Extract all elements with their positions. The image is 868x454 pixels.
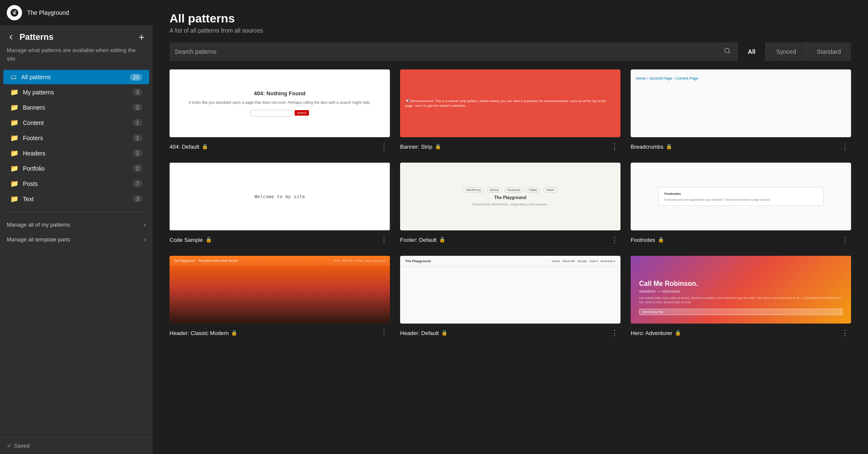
sidebar-item-banners[interactable]: 📁 Banners 2 xyxy=(3,100,149,115)
pattern-menu-button-footer[interactable]: ⋮ xyxy=(609,234,620,246)
sidebar-description: Manage what patterns are available when … xyxy=(0,46,153,69)
folder-icon: 🗂 xyxy=(10,73,17,81)
pattern-card-header-classic: The Playground The place where ideas flo… xyxy=(170,256,390,339)
nav-count-content: 1 xyxy=(133,119,142,126)
nav-label-footers: Footers xyxy=(23,135,43,141)
back-button[interactable] xyxy=(7,33,15,42)
manage-patterns-link[interactable]: Manage all of my patterns › xyxy=(0,217,153,232)
pattern-info-header-classic: Header: Classic Modern 🔒 ⋮ xyxy=(170,327,390,339)
pattern-preview-header-classic[interactable]: The Playground The place where ideas flo… xyxy=(170,256,390,324)
sidebar-nav: 🗂 All patterns 20 📁 My patterns 3 📁 Bann… xyxy=(0,69,153,207)
lock-icon-header-default: 🔒 xyxy=(441,330,448,336)
pattern-info-hero: Hero: Adventurer 🔒 ⋮ xyxy=(631,327,851,339)
filter-tab-synced[interactable]: Synced xyxy=(765,42,806,61)
main-content: All patterns A list of all patterns from… xyxy=(153,0,868,454)
lock-icon-footnotes: 🔒 xyxy=(658,237,664,243)
nav-label-all-patterns: All patterns xyxy=(21,74,51,80)
nav-label-my-patterns: My patterns xyxy=(23,89,54,96)
folder-icon-7: 📁 xyxy=(10,164,19,172)
sidebar-item-portfolio[interactable]: 📁 Portfolio 2 xyxy=(3,161,149,176)
pattern-info-banner: Banner: Strip 🔒 ⋮ xyxy=(400,141,620,152)
toolbar: All Synced Standard xyxy=(153,42,868,69)
pattern-name-404: 404: Default 🔒 xyxy=(170,144,208,150)
filter-tab-all[interactable]: All xyxy=(737,42,766,61)
pattern-menu-button-code[interactable]: ⋮ xyxy=(378,234,390,246)
filter-tabs: All Synced Standard xyxy=(737,42,851,61)
sidebar-item-my-patterns[interactable]: 📁 My patterns 3 xyxy=(3,85,149,100)
nav-count-all-patterns: 20 xyxy=(130,74,142,81)
pattern-preview-code[interactable]: Welcome to my site xyxy=(170,163,390,230)
pattern-menu-button-footnotes[interactable]: ⋮ xyxy=(839,234,851,246)
nav-count-footers: 1 xyxy=(133,134,142,141)
pattern-info-404: 404: Default 🔒 ⋮ xyxy=(170,141,390,152)
pattern-card-banner: 📢 Announcement: This is a banner strip p… xyxy=(400,69,620,152)
sidebar-title: Patterns xyxy=(19,32,53,42)
sidebar-footer: ✓ Saved xyxy=(0,437,153,454)
lock-icon: 🔒 xyxy=(202,144,208,149)
pattern-preview-breadcrumbs[interactable]: Home › Second Page › Current Page xyxy=(631,69,851,137)
nav-count-text: 3 xyxy=(133,195,142,202)
sidebar: The Playground Patterns Manage what patt… xyxy=(0,0,153,454)
page-title: All patterns xyxy=(170,12,851,25)
nav-count-my-patterns: 3 xyxy=(133,89,142,96)
pattern-card-hero: Call Me Robinson. Wanderer — Adventurer … xyxy=(631,256,851,339)
pattern-name-hero: Hero: Adventurer 🔒 xyxy=(631,330,681,336)
sidebar-header: Patterns xyxy=(0,25,153,46)
nav-label-content: Content xyxy=(23,119,44,126)
pattern-info-header-default: Header: Default 🔒 ⋮ xyxy=(400,327,620,339)
sidebar-item-footers[interactable]: 📁 Footers 1 xyxy=(3,130,149,145)
pattern-preview-banner[interactable]: 📢 Announcement: This is a banner strip p… xyxy=(400,69,620,137)
saved-label: Saved xyxy=(14,443,30,449)
search-icon-button[interactable] xyxy=(722,47,732,56)
pattern-info-breadcrumbs: Breadcrumbs 🔒 ⋮ xyxy=(631,141,851,152)
check-icon: ✓ xyxy=(7,443,11,449)
pattern-name-header-default: Header: Default 🔒 xyxy=(400,330,448,336)
pattern-preview-footnotes[interactable]: Footnotes Footnotes are not supported in… xyxy=(631,163,851,230)
add-button[interactable] xyxy=(137,33,146,42)
sidebar-item-all-patterns[interactable]: 🗂 All patterns 20 xyxy=(3,70,149,84)
pattern-card-breadcrumbs: Home › Second Page › Current Page Breadc… xyxy=(631,69,851,152)
nav-count-portfolio: 2 xyxy=(133,165,142,172)
pattern-menu-button-hero[interactable]: ⋮ xyxy=(839,327,851,339)
lock-icon-breadcrumbs: 🔒 xyxy=(666,144,672,149)
filter-tab-standard[interactable]: Standard xyxy=(806,42,851,61)
pattern-card-footnotes: Footnotes Footnotes are not supported in… xyxy=(631,163,851,246)
search-input[interactable] xyxy=(175,48,722,55)
folder-icon-8: 📁 xyxy=(10,180,19,188)
pattern-menu-button-header-default[interactable]: ⋮ xyxy=(609,327,620,339)
patterns-grid: 404: Nothing Found It looks like you stu… xyxy=(153,69,868,356)
pattern-name-banner: Banner: Strip 🔒 xyxy=(400,144,441,150)
sidebar-item-posts[interactable]: 📁 Posts 7 xyxy=(3,176,149,191)
pattern-card-code: Welcome to my site Code Sample 🔒 ⋮ xyxy=(170,163,390,246)
pattern-info-code: Code Sample 🔒 ⋮ xyxy=(170,234,390,246)
folder-icon-9: 📁 xyxy=(10,195,19,203)
page-subtitle: A list of all patterns from all sources xyxy=(170,27,851,34)
folder-icon-2: 📁 xyxy=(10,88,19,96)
manage-template-parts-link[interactable]: Manage all template parts › xyxy=(0,232,153,247)
folder-icon-4: 📁 xyxy=(10,119,19,127)
pattern-preview-header-default[interactable]: The Playground Home About Me Europe Asia… xyxy=(400,256,620,324)
nav-label-text: Text xyxy=(23,196,34,202)
lock-icon-code: 🔒 xyxy=(206,237,212,243)
sidebar-item-headers[interactable]: 📁 Headers 2 xyxy=(3,146,149,161)
pattern-preview-404[interactable]: 404: Nothing Found It looks like you stu… xyxy=(170,69,390,137)
nav-label-headers: Headers xyxy=(23,150,45,157)
folder-icon-5: 📁 xyxy=(10,134,19,142)
pattern-menu-button-404[interactable]: ⋮ xyxy=(378,141,390,152)
search-bar xyxy=(170,42,737,61)
sidebar-header-left: Patterns xyxy=(7,32,53,42)
lock-icon-hero: 🔒 xyxy=(675,330,681,336)
pattern-menu-button-banner[interactable]: ⋮ xyxy=(609,141,620,152)
pattern-name-breadcrumbs: Breadcrumbs 🔒 xyxy=(631,144,672,150)
wp-logo[interactable] xyxy=(7,5,22,20)
pattern-preview-hero[interactable]: Call Me Robinson. Wanderer — Adventurer … xyxy=(631,256,851,324)
pattern-preview-footer[interactable]: WordPress GitHub Facebook Twitter Twitch… xyxy=(400,163,620,230)
pattern-menu-button-header-classic[interactable]: ⋮ xyxy=(378,327,390,339)
sidebar-item-text[interactable]: 📁 Text 3 xyxy=(3,191,149,206)
pattern-menu-button-breadcrumbs[interactable]: ⋮ xyxy=(839,141,851,152)
pattern-info-footer: Footer: Default 🔒 ⋮ xyxy=(400,234,620,246)
pattern-name-header-classic: Header: Classic Modern 🔒 xyxy=(170,330,237,336)
sidebar-item-content[interactable]: 📁 Content 1 xyxy=(3,115,149,130)
pattern-card-header-default: The Playground Home About Me Europe Asia… xyxy=(400,256,620,339)
nav-count-banners: 2 xyxy=(133,104,142,111)
